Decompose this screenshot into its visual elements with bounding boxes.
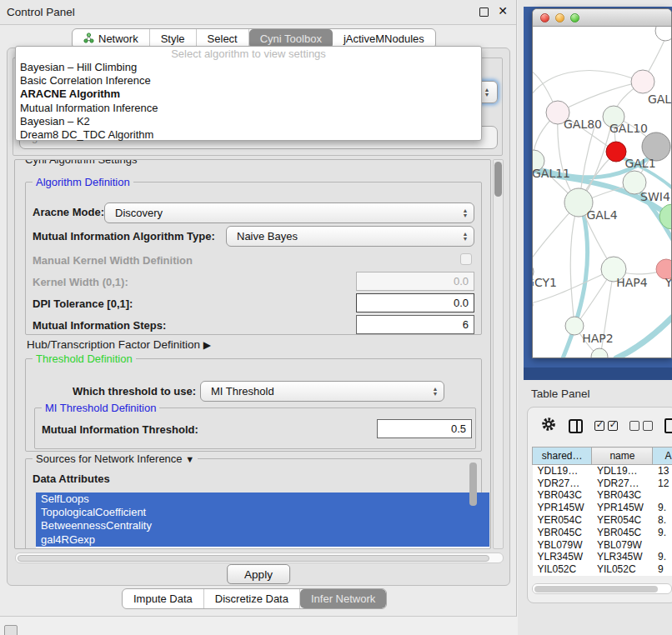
mi-steps-label: Mutual Information Steps: — [33, 319, 166, 332]
list-item-gal4rgexp[interactable]: gal4RGexp — [36, 533, 489, 547]
network-node[interactable] — [655, 27, 672, 41]
network-node[interactable] — [631, 70, 654, 93]
spinner-icon: ▲▼ — [457, 232, 474, 241]
aracne-mode-label: Aracne Mode: — [33, 206, 104, 218]
table-panel: Table Panel — [518, 380, 672, 635]
network-edge — [616, 317, 672, 358]
table-row[interactable]: YBR043CYBR043C — [533, 489, 672, 502]
columns-icon[interactable] — [569, 419, 583, 433]
hub-definition-toggle[interactable]: Hub/Transcription Factor Definition ▶ — [27, 338, 211, 351]
table-cell: YER054C — [592, 514, 653, 527]
node-label: GAL — [648, 92, 671, 106]
list-item-topologicalcoefficient[interactable]: TopologicalCoefficient — [36, 506, 489, 519]
table-cell: YBR043C — [592, 489, 653, 502]
mi-steps-field[interactable] — [356, 315, 474, 334]
table-cell: 9 — [653, 563, 672, 576]
table-row[interactable]: YER054CYER054C8. — [533, 514, 672, 527]
table-cell — [653, 538, 672, 551]
list-item-selfloops[interactable]: SelfLoops — [36, 492, 489, 506]
aracne-mode-combo[interactable]: Discovery ▲▼ — [104, 202, 474, 223]
minimize-window-icon[interactable] — [555, 13, 564, 22]
control-panel-header: Control Panel ✕ — [0, 0, 516, 25]
cyni-algorithm-settings-group: Cyni Algorithm Settings Algorithm Defini… — [14, 159, 491, 549]
chevron-right-icon: ▶ — [203, 339, 211, 351]
dropdown-item-bayesian-hill-climbing[interactable]: Bayesian – Hill Climbing — [16, 61, 481, 74]
column-header-name[interactable]: name — [592, 448, 653, 465]
threshold-definition-group: Threshold Definition Which threshold to … — [25, 358, 482, 452]
table-cell: YBL079W — [592, 538, 653, 551]
float-window-icon[interactable] — [479, 8, 489, 17]
sources-toggle[interactable]: Sources for Network Inference ▼ — [33, 452, 198, 465]
column-header-shared[interactable]: shared… — [533, 448, 592, 465]
node-label: HAP4 — [616, 276, 648, 289]
close-icon[interactable]: ✕ — [498, 4, 508, 18]
network-node[interactable] — [591, 348, 608, 358]
right-panel: GALGAL80GAL10GAL1GAL11SWI4GAL4GCY1HAP4YH… — [518, 0, 672, 635]
dpi-tolerance-field[interactable] — [356, 293, 474, 312]
table-cell: YDR27… — [533, 477, 592, 489]
bottom-tab-bar: Impute DataDiscretize DataInfer Network — [122, 588, 387, 609]
tab-infer-network[interactable]: Infer Network — [300, 589, 386, 608]
vertical-scrollbar[interactable] — [493, 159, 504, 549]
dropdown-item-mutual-information-inference[interactable]: Mutual Information Inference — [16, 102, 481, 115]
app-root: Control Panel ✕ NetworkStyleSelectCyni T… — [0, 0, 672, 635]
manual-kernel-checkbox[interactable] — [460, 253, 472, 265]
network-canvas[interactable]: GALGAL80GAL10GAL1GAL11SWI4GAL4GCY1HAP4YH… — [533, 27, 672, 358]
network-view-window[interactable]: GALGAL80GAL10GAL1GAL11SWI4GAL4GCY1HAP4YH… — [532, 8, 672, 358]
node-label: GAL80 — [564, 118, 602, 131]
table-cell: YLR345W — [592, 551, 653, 563]
manual-kernel-label: Manual Kernel Width Definition — [33, 254, 193, 267]
algorithm-definition-group: Algorithm Definition Aracne Mode: Discov… — [25, 182, 482, 335]
dropdown-item-bayesian-k2[interactable]: Bayesian – K2 — [16, 115, 481, 128]
table-row[interactable]: YLR345WYLR345W9. — [533, 551, 672, 563]
network-window-titlebar[interactable] — [533, 9, 671, 27]
mi-threshold-label: Mutual Information Threshold: — [42, 423, 198, 436]
apply-button[interactable]: Apply — [227, 564, 290, 584]
document-icon[interactable] — [664, 418, 672, 433]
table-cell: 8. — [653, 514, 672, 527]
table-cell: YLR345W — [533, 551, 592, 563]
deselect-all-columns-icon[interactable] — [629, 421, 653, 431]
table-row[interactable]: YPR145WYPR145W9. — [533, 502, 672, 514]
table-row[interactable]: YBL079WYBL079W — [533, 538, 672, 551]
mi-threshold-field[interactable] — [377, 419, 472, 438]
control-panel-window: Control Panel ✕ NetworkStyleSelectCyni T… — [0, 0, 517, 617]
list-item-betweennesscentrality[interactable]: BetweennessCentrality — [36, 519, 489, 532]
minimized-panel-icon[interactable] — [4, 625, 18, 635]
table-row[interactable]: YBR045CYBR045C9. — [533, 526, 672, 538]
kernel-width-field[interactable] — [356, 272, 474, 291]
tab-discretize-data[interactable]: Discretize Data — [204, 589, 300, 608]
which-threshold-combo[interactable]: MI Threshold ▲▼ — [200, 381, 444, 402]
node-label: SWI4 — [640, 190, 670, 203]
dropdown-item-aracne-algorithm[interactable]: ARACNE Algorithm — [16, 88, 481, 101]
table-row[interactable]: YDL19…YDL19…13 — [533, 465, 672, 478]
table-cell: YDL19… — [592, 465, 653, 478]
network-node[interactable] — [606, 142, 626, 162]
table-row[interactable]: YIL052CYIL052C9 — [533, 563, 672, 576]
data-attributes-list: SelfLoopsTopologicalCoefficientBetweenne… — [36, 492, 489, 549]
table-cell: YIL052C — [533, 563, 592, 576]
table-cell: YDR27… — [592, 477, 653, 489]
dropdown-item-dream8-dc-tdc-algorithm[interactable]: Dream8 DC_TDC Algorithm — [16, 128, 481, 142]
table-row[interactable]: YDR27…YDR27…12 — [533, 477, 672, 489]
dropdown-item-basic-correlation-inference[interactable]: Basic Correlation Inference — [16, 74, 481, 88]
table-cell: YBR043C — [533, 489, 592, 502]
network-edge — [559, 82, 643, 112]
table-cell: YPR145W — [592, 502, 653, 514]
tab-impute-data[interactable]: Impute Data — [123, 589, 204, 608]
network-node[interactable] — [565, 317, 584, 335]
list-scrollbar[interactable] — [469, 462, 477, 509]
mi-type-label: Mutual Information Algorithm Type: — [33, 230, 215, 242]
table-horizontal-scrollbar[interactable] — [532, 583, 672, 594]
zoom-window-icon[interactable] — [570, 13, 579, 22]
dpi-tolerance-label: DPI Tolerance [0,1]: — [33, 298, 133, 310]
mi-type-combo[interactable]: Naive Bayes ▲▼ — [226, 226, 474, 247]
column-header-a[interactable]: A — [653, 448, 672, 465]
network-edge — [570, 204, 578, 325]
select-all-columns-icon[interactable] — [594, 421, 618, 431]
node-label: GAL4 — [586, 208, 617, 222]
gear-icon[interactable] — [540, 416, 557, 436]
close-window-icon[interactable] — [540, 13, 549, 22]
horizontal-scrollbar[interactable] — [15, 552, 504, 563]
table-cell: YBL079W — [533, 538, 592, 551]
